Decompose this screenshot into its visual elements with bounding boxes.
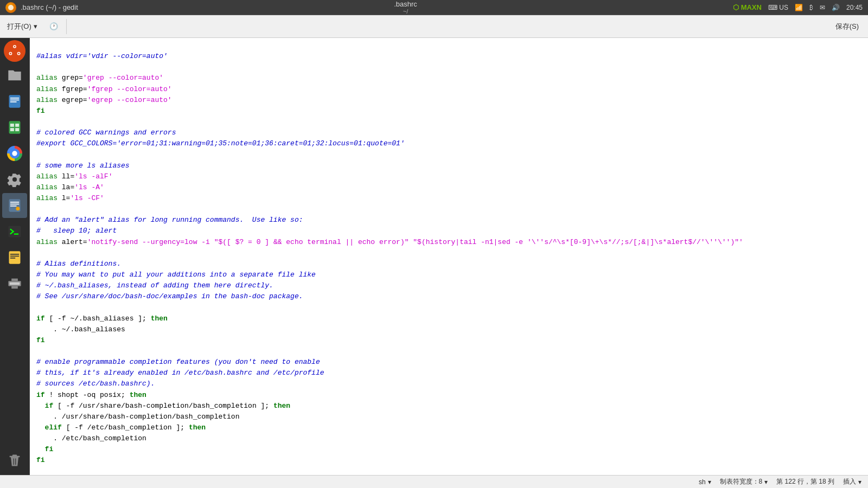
position-label: 第 122 行，第 18 列 xyxy=(776,477,834,486)
titlebar: .bashrc (~/) - gedit .bashrc ~/ ⬡ MAXN ⌨… xyxy=(0,0,868,15)
dropdown-arrow: ▾ xyxy=(34,22,37,30)
svg-rect-13 xyxy=(15,124,19,127)
svg-rect-21 xyxy=(10,204,19,205)
file-name: .bashrc xyxy=(394,0,417,8)
toolbar-separator xyxy=(66,19,67,34)
sidebar-item-files[interactable] xyxy=(2,63,27,88)
svg-rect-10 xyxy=(10,101,17,102)
open-label: 打开(O) xyxy=(7,22,31,31)
svg-rect-20 xyxy=(10,202,19,203)
svg-rect-11 xyxy=(9,121,21,133)
titlebar-left: .bashrc (~/) - gedit xyxy=(5,2,78,13)
toolbar: 打开(O) ▾ 🕐 保存(S) xyxy=(0,15,868,38)
wifi-icon: 📶 xyxy=(795,4,803,11)
sidebar-item-ubuntu[interactable] xyxy=(4,40,25,62)
input-mode-label: 插入 xyxy=(843,477,856,486)
svg-rect-31 xyxy=(10,282,20,285)
language-dropdown-arrow: ▾ xyxy=(708,478,711,486)
svg-rect-22 xyxy=(10,206,17,207)
svg-rect-9 xyxy=(10,100,19,101)
sidebar-item-browser[interactable] xyxy=(2,141,27,166)
window-title: .bashrc (~/) - gedit xyxy=(21,3,78,11)
sidebar-item-writer[interactable] xyxy=(2,89,27,114)
svg-rect-24 xyxy=(8,226,21,237)
clock: 20:45 xyxy=(846,4,863,11)
save-label: 保存(S) xyxy=(835,22,859,31)
sidebar-item-notes[interactable] xyxy=(2,245,27,270)
sidebar-item-gedit[interactable] xyxy=(2,193,27,218)
nvidia-icon: ⬡ MAXN xyxy=(733,3,762,11)
language-selector[interactable]: sh ▾ xyxy=(699,478,711,486)
recent-files-button[interactable]: 🕐 xyxy=(44,20,63,33)
svg-rect-8 xyxy=(10,98,19,99)
svg-point-5 xyxy=(10,53,11,54)
save-button[interactable]: 保存(S) xyxy=(828,19,866,34)
titlebar-center: .bashrc ~/ xyxy=(394,0,417,15)
svg-rect-33 xyxy=(11,286,18,289)
svg-point-18 xyxy=(12,151,17,156)
sidebar-item-terminal[interactable] xyxy=(2,219,27,244)
sidebar-item-settings[interactable] xyxy=(2,167,27,192)
svg-rect-14 xyxy=(10,128,14,131)
main-area: #alias vdir='vdir --color=auto' alias gr… xyxy=(0,38,868,475)
sidebar-item-scanner[interactable] xyxy=(2,271,27,296)
volume-icon: 🔊 xyxy=(832,4,840,11)
svg-rect-15 xyxy=(15,128,19,131)
svg-rect-28 xyxy=(10,256,19,257)
tab-width-label: 制表符宽度：8 xyxy=(720,477,763,486)
svg-point-23 xyxy=(16,207,20,210)
keyboard-layout: ⌨ US xyxy=(768,4,788,11)
sidebar xyxy=(0,38,30,475)
open-button[interactable]: 打开(O) ▾ xyxy=(2,19,42,34)
cursor-position: 第 122 行，第 18 列 xyxy=(776,477,834,486)
file-path: ~/ xyxy=(394,8,417,15)
code-editor[interactable]: #alias vdir='vdir --color=auto' alias gr… xyxy=(30,38,868,475)
titlebar-right: ⬡ MAXN ⌨ US 📶 ₿ ✉ 🔊 20:45 xyxy=(733,3,863,11)
svg-point-6 xyxy=(18,53,20,54)
tab-width-selector[interactable]: 制表符宽度：8 ▾ xyxy=(720,477,768,486)
tab-width-dropdown-arrow: ▾ xyxy=(764,478,768,486)
input-mode-selector[interactable]: 插入 ▾ xyxy=(843,477,861,486)
svg-rect-27 xyxy=(10,254,19,255)
editor[interactable]: #alias vdir='vdir --color=auto' alias gr… xyxy=(30,38,868,475)
bluetooth-icon: ₿ xyxy=(809,4,813,11)
statusbar: sh ▾ 制表符宽度：8 ▾ 第 122 行，第 18 列 插入 ▾ xyxy=(0,475,868,488)
language-label: sh xyxy=(699,478,706,486)
svg-rect-12 xyxy=(10,124,14,127)
sidebar-item-trash[interactable] xyxy=(2,448,27,473)
svg-rect-32 xyxy=(11,279,18,281)
mail-icon: ✉ xyxy=(820,4,825,11)
mode-dropdown-arrow: ▾ xyxy=(858,478,861,486)
svg-point-4 xyxy=(14,46,16,47)
app-icon xyxy=(5,2,16,13)
svg-rect-29 xyxy=(10,258,15,259)
recent-icon: 🕐 xyxy=(49,22,58,30)
sidebar-item-calc[interactable] xyxy=(2,115,27,140)
